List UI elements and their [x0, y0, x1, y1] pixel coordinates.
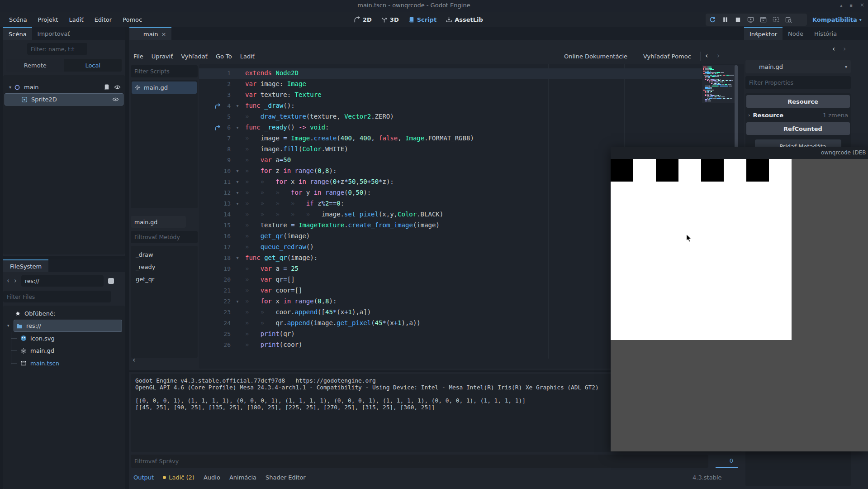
- script-back-button[interactable]: ‹: [705, 51, 708, 60]
- tab-scéna[interactable]: Scéna: [3, 27, 32, 40]
- edited-object-selector[interactable]: main.gd ▾: [745, 60, 851, 73]
- code-line-7[interactable]: 7»image = Image.create(400, 400, false, …: [199, 134, 738, 144]
- new-tab-button[interactable]: [178, 30, 184, 36]
- inspector-back-button[interactable]: ‹: [832, 44, 835, 53]
- code-line-5[interactable]: 5»draw_texture(texture, Vector2.ZERO): [199, 112, 738, 123]
- code-line-1[interactable]: 1extends Node2D: [199, 68, 738, 79]
- fold-icon[interactable]: ▾: [233, 103, 242, 108]
- dock-menu-icon[interactable]: [116, 30, 123, 37]
- fold-icon[interactable]: ▾: [233, 179, 242, 184]
- fs-filter-input[interactable]: [3, 291, 111, 302]
- menu-scéna[interactable]: Scéna: [6, 15, 30, 24]
- section-resource[interactable]: › Resource 1 zmena: [748, 109, 848, 121]
- segment-remote[interactable]: Remote: [6, 59, 64, 72]
- instance-scene-button[interactable]: [16, 45, 24, 53]
- collapse-icon[interactable]: ▾: [7, 323, 9, 328]
- code-minimap[interactable]: [702, 65, 735, 103]
- fs-path-input[interactable]: [21, 275, 104, 287]
- bottom-tab-anim-cia[interactable]: Animácia: [229, 474, 256, 481]
- property-tools-icon[interactable]: [856, 79, 863, 86]
- tab-filesystem[interactable]: FileSystem: [3, 259, 48, 272]
- fs-item-res[interactable]: res://: [14, 320, 122, 332]
- segment-local[interactable]: Local: [64, 59, 122, 72]
- fold-icon[interactable]: ▾: [233, 255, 242, 260]
- filter-properties-input[interactable]: [745, 76, 851, 89]
- bottom-tab-ladi-2-[interactable]: Ladič (2): [163, 474, 194, 481]
- resource-menu-icon[interactable]: [788, 46, 795, 53]
- running-game-window[interactable]: ownqrcode (DEB: [611, 147, 868, 451]
- workspace-assetlib[interactable]: AssetLib: [446, 16, 483, 23]
- visibility-icon[interactable]: [112, 96, 119, 103]
- filter-scripts-input[interactable]: [131, 65, 198, 77]
- run-scene-button-icon[interactable]: [760, 16, 767, 23]
- pause-game-button-icon[interactable]: [722, 16, 729, 23]
- menu-pomoc[interactable]: Pomoc: [120, 15, 145, 24]
- attach-script-button[interactable]: [91, 45, 99, 53]
- online-docs-button[interactable]: Online Dokumentácie: [555, 49, 627, 63]
- game-window-titlebar[interactable]: ownqrcode (DEB: [611, 147, 868, 159]
- workspace-3d[interactable]: 3D: [381, 16, 399, 23]
- script-forward-button[interactable]: ›: [717, 51, 720, 60]
- search-help-button[interactable]: Vyhľadať Pomoc: [635, 49, 691, 63]
- tab-node[interactable]: Node: [783, 27, 809, 40]
- filter-methods-input[interactable]: [131, 231, 198, 243]
- fold-icon[interactable]: ▾: [233, 299, 242, 304]
- new-resource-icon[interactable]: [747, 46, 754, 53]
- scene-node-main[interactable]: ▾main: [3, 81, 125, 93]
- fs-item-main.gd[interactable]: main.gd: [3, 345, 125, 357]
- restart-game-button-icon[interactable]: [709, 16, 716, 23]
- code-line-6[interactable]: 6▾func _ready() -> void:: [199, 123, 738, 134]
- window-maximize-icon[interactable]: ▪: [849, 3, 853, 8]
- bottom-tab-shader-editor[interactable]: Shader Editor: [266, 474, 306, 481]
- scene-node-sprite2d[interactable]: Sprite2D: [5, 93, 123, 105]
- run-custom-scene-button-icon[interactable]: [773, 16, 779, 23]
- fold-icon[interactable]: ▾: [233, 201, 242, 206]
- bottom-tab-output[interactable]: Output: [133, 474, 154, 481]
- make-floating-icon[interactable]: [732, 52, 739, 59]
- code-line-3[interactable]: 3var texture: Texture: [199, 90, 738, 101]
- fs-split-mode-icon[interactable]: [108, 278, 114, 284]
- add-node-button[interactable]: [6, 46, 13, 53]
- history-icon[interactable]: [855, 45, 862, 53]
- open-script-icon[interactable]: [103, 84, 110, 91]
- code-line-2[interactable]: 2var image: Image: [199, 79, 738, 90]
- script-item-main.gd[interactable]: main.gd: [132, 82, 197, 94]
- script-menu-ladiť[interactable]: Ladiť: [237, 52, 257, 61]
- code-line-4[interactable]: 4▾func _draw():: [199, 101, 738, 112]
- window-close-icon[interactable]: ×: [860, 2, 864, 8]
- method-item-_ready[interactable]: _ready: [136, 261, 194, 273]
- category-refcounted[interactable]: RefCounted: [746, 122, 850, 135]
- load-resource-icon[interactable]: [761, 46, 768, 53]
- dock-menu-icon[interactable]: [116, 263, 123, 269]
- fs-back-button[interactable]: ‹: [7, 277, 9, 285]
- script-name-field[interactable]: [131, 216, 186, 228]
- script-menu-upraviť[interactable]: Upraviť: [149, 52, 175, 61]
- menu-editor[interactable]: Editor: [92, 15, 114, 24]
- script-menu-go-to[interactable]: Go To: [213, 52, 235, 61]
- fs-sort-icon[interactable]: [114, 293, 121, 300]
- fold-icon[interactable]: ▾: [233, 125, 242, 130]
- category-resource[interactable]: Resource: [746, 95, 850, 108]
- collapse-scripts-panel-icon[interactable]: ‹: [133, 355, 135, 364]
- dock-menu-icon[interactable]: [860, 30, 866, 37]
- movie-mode-button-icon[interactable]: [785, 16, 792, 23]
- distraction-free-icon[interactable]: [732, 30, 739, 37]
- tab-importovať[interactable]: Importovať: [32, 27, 76, 40]
- inspector-forward-button[interactable]: ›: [843, 44, 846, 53]
- collapse-icon[interactable]: ▾: [9, 85, 11, 90]
- fold-icon[interactable]: ▾: [233, 168, 242, 173]
- renderer-select[interactable]: Kompatibilita ▾: [812, 12, 862, 27]
- filter-messages-input[interactable]: [131, 455, 708, 468]
- fs-favorites[interactable]: Obľúbené:: [3, 307, 125, 320]
- stop-game-button-icon[interactable]: [735, 16, 741, 23]
- menu-projekt[interactable]: Projekt: [35, 15, 61, 24]
- tab-main-scene[interactable]: main ×: [129, 27, 171, 40]
- scene-tree-menu-icon[interactable]: [102, 46, 109, 52]
- menu-ladiť[interactable]: Ladiť: [66, 15, 86, 24]
- fold-icon[interactable]: ▾: [233, 190, 242, 195]
- tab-história[interactable]: História: [809, 27, 842, 40]
- script-menu-vyhľadať[interactable]: Vyhľadať: [178, 52, 210, 61]
- tab-inšpektor[interactable]: Inšpektor: [744, 27, 783, 40]
- method-item-get_qr[interactable]: get_qr: [136, 273, 194, 285]
- visibility-icon[interactable]: [114, 84, 121, 91]
